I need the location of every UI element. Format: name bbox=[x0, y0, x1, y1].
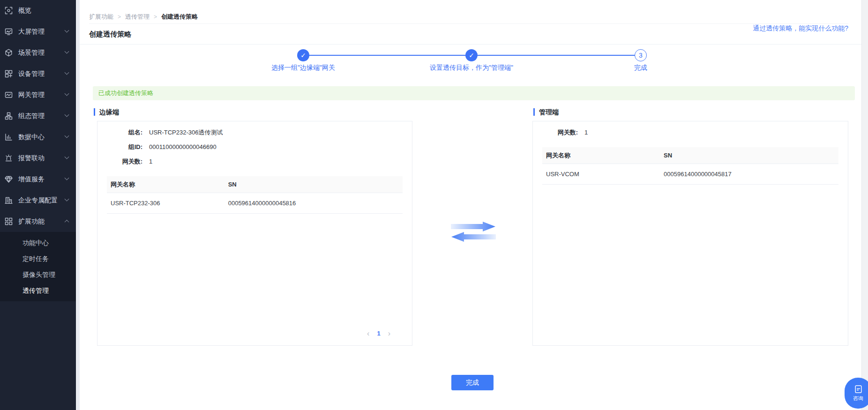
sidebar-item-data-center[interactable]: 数据中心 bbox=[0, 127, 76, 148]
consult-floating-button[interactable]: 咨询 bbox=[845, 378, 868, 409]
help-link[interactable]: 通过透传策略，能实现什么功能? bbox=[753, 24, 848, 33]
grid-icon bbox=[5, 217, 13, 225]
sidebar-item-label: 大屏管理 bbox=[18, 28, 45, 36]
step-2-check-icon: ✓ bbox=[465, 49, 478, 61]
col-gateway-name: 网关名称 bbox=[107, 180, 228, 189]
breadcrumb: 扩展功能>透传管理>创建透传策略 bbox=[89, 13, 198, 21]
data-center-icon bbox=[5, 133, 13, 141]
overview-icon bbox=[5, 7, 13, 15]
chevron-down-icon bbox=[65, 112, 69, 117]
sidebar-item-label: 增值服务 bbox=[18, 175, 45, 184]
manage-fields: 网关数: 1 bbox=[533, 121, 848, 140]
field-label: 组名: bbox=[97, 128, 142, 137]
sidebar-item-label: 场景管理 bbox=[18, 49, 45, 57]
submenu-item-function-center[interactable]: 功能中心 bbox=[0, 235, 76, 251]
sidebar-item-label: 企业专属配置 bbox=[18, 196, 58, 205]
field-value: USR-TCP232-306透传测试 bbox=[149, 128, 223, 137]
cell-gateway-name: USR-VCOM bbox=[542, 171, 664, 178]
building-icon bbox=[5, 196, 13, 204]
header-divider bbox=[80, 44, 861, 45]
scrollbar[interactable] bbox=[861, 0, 868, 410]
cell-sn: 00059614000000045817 bbox=[664, 171, 838, 178]
table-header-row: 网关名称 SN bbox=[107, 176, 403, 193]
submenu-item-passthrough-mgmt[interactable]: 透传管理 bbox=[0, 283, 76, 298]
sidebar-item-scada-mgmt[interactable]: 组态管理 bbox=[0, 105, 76, 127]
sidebar-item-label: 扩展功能 bbox=[18, 217, 45, 226]
field-label: 网关数: bbox=[97, 157, 142, 166]
chevron-down-icon bbox=[65, 155, 69, 159]
field-gateway-count: 网关数: 1 bbox=[97, 154, 412, 169]
device-icon bbox=[5, 70, 13, 78]
next-page-icon[interactable]: › bbox=[388, 330, 390, 337]
chevron-down-icon bbox=[65, 70, 69, 75]
sidebar-item-enterprise-config[interactable]: 企业专属配置 bbox=[0, 190, 76, 211]
prev-page-icon[interactable]: ‹ bbox=[367, 330, 369, 337]
main-content: 扩展功能>透传管理>创建透传策略 创建透传策略 通过透传策略，能实现什么功能? … bbox=[80, 0, 861, 410]
breadcrumb-separator: > bbox=[154, 14, 157, 20]
submenu-item-scheduled-tasks[interactable]: 定时任务 bbox=[0, 251, 76, 267]
edge-section-title: 边缘端 bbox=[94, 108, 119, 116]
edge-fields: 组名: USR-TCP232-306透传测试 组ID: 000110000000… bbox=[97, 121, 412, 169]
table-row: USR-TCP232-306 00059614000000045816 bbox=[107, 193, 403, 214]
col-sn: SN bbox=[228, 181, 403, 188]
sidebar-item-device-mgmt[interactable]: 设备管理 bbox=[0, 63, 76, 84]
submenu-item-camera-mgmt[interactable]: 摄像头管理 bbox=[0, 267, 76, 283]
step-3-label: 完成 bbox=[634, 64, 647, 72]
scene-icon bbox=[5, 49, 13, 57]
success-alert: 已成功创建透传策略 bbox=[93, 86, 855, 100]
sidebar-item-extensions[interactable]: 扩展功能 bbox=[0, 211, 76, 232]
table-header-row: 网关名称 SN bbox=[542, 147, 838, 164]
breadcrumb-item[interactable]: 扩展功能 bbox=[89, 13, 113, 20]
step-3-number: 3 bbox=[635, 49, 647, 61]
chevron-down-icon bbox=[65, 176, 69, 180]
transfer-arrows-icon bbox=[450, 220, 497, 246]
sidebar-item-overview[interactable]: 概览 bbox=[0, 0, 76, 21]
sidebar-item-label: 网关管理 bbox=[18, 91, 45, 99]
manage-section-title: 管理端 bbox=[533, 108, 559, 116]
breadcrumb-current: 创建透传策略 bbox=[161, 13, 198, 20]
app-root: { "sidebar": { "items": [ {"label": "概览"… bbox=[0, 0, 868, 410]
sidebar-item-label: 组态管理 bbox=[18, 112, 45, 120]
table-row: USR-VCOM 00059614000000045817 bbox=[542, 164, 838, 185]
cell-sn: 00059614000000045816 bbox=[228, 200, 403, 207]
breadcrumb-item[interactable]: 透传管理 bbox=[125, 13, 150, 20]
sidebar-item-label: 概览 bbox=[18, 7, 31, 15]
field-gateway-count: 网关数: 1 bbox=[533, 125, 848, 140]
field-value: 1 bbox=[149, 158, 152, 165]
col-sn: SN bbox=[664, 152, 838, 159]
page-number[interactable]: 1 bbox=[377, 330, 380, 337]
chevron-down-icon bbox=[65, 134, 69, 138]
chevron-down-icon bbox=[65, 28, 69, 33]
sidebar-item-gateway-mgmt[interactable]: 网关管理 bbox=[0, 84, 76, 105]
consult-label: 咨询 bbox=[853, 395, 863, 402]
cell-gateway-name: USR-TCP232-306 bbox=[107, 200, 228, 207]
field-label: 组ID: bbox=[97, 143, 142, 151]
col-gateway-name: 网关名称 bbox=[542, 151, 664, 160]
field-value: 00011000000000046690 bbox=[149, 143, 217, 150]
extensions-submenu: 功能中心 定时任务 摄像头管理 透传管理 bbox=[0, 232, 76, 301]
chevron-up-icon bbox=[65, 220, 69, 224]
manage-gateway-table: 网关名称 SN USR-VCOM 00059614000000045817 bbox=[542, 147, 838, 185]
chevron-down-icon bbox=[65, 91, 69, 96]
finish-button[interactable]: 完成 bbox=[451, 375, 494, 390]
manage-panel: 网关数: 1 网关名称 SN USR-VCOM 0005961400000004… bbox=[532, 121, 848, 346]
gem-icon bbox=[5, 175, 13, 183]
sidebar: 概览 大屏管理 场景管理 设备管理 网关管理 组态管理 bbox=[0, 0, 76, 410]
chevron-down-icon bbox=[65, 49, 69, 54]
pagination: ‹ 1 › bbox=[367, 330, 390, 337]
sidebar-item-scene-mgmt[interactable]: 场景管理 bbox=[0, 42, 76, 63]
field-group-name: 组名: USR-TCP232-306透传测试 bbox=[97, 125, 412, 140]
sidebar-item-label: 设备管理 bbox=[18, 70, 45, 78]
chevron-down-icon bbox=[65, 197, 69, 201]
field-value: 1 bbox=[584, 129, 588, 136]
edge-panel: 组名: USR-TCP232-306透传测试 组ID: 000110000000… bbox=[97, 121, 412, 346]
sidebar-item-screen-mgmt[interactable]: 大屏管理 bbox=[0, 21, 76, 42]
field-group-id: 组ID: 00011000000000046690 bbox=[97, 140, 412, 154]
sidebar-item-value-added[interactable]: 增值服务 bbox=[0, 169, 76, 190]
step-1-check-icon: ✓ bbox=[297, 49, 309, 61]
alarm-icon bbox=[5, 154, 13, 162]
gateway-icon bbox=[5, 91, 13, 99]
breadcrumb-divider bbox=[89, 23, 848, 24]
page-title: 创建透传策略 bbox=[89, 30, 131, 39]
sidebar-item-alarm-linkage[interactable]: 报警联动 bbox=[0, 148, 76, 169]
